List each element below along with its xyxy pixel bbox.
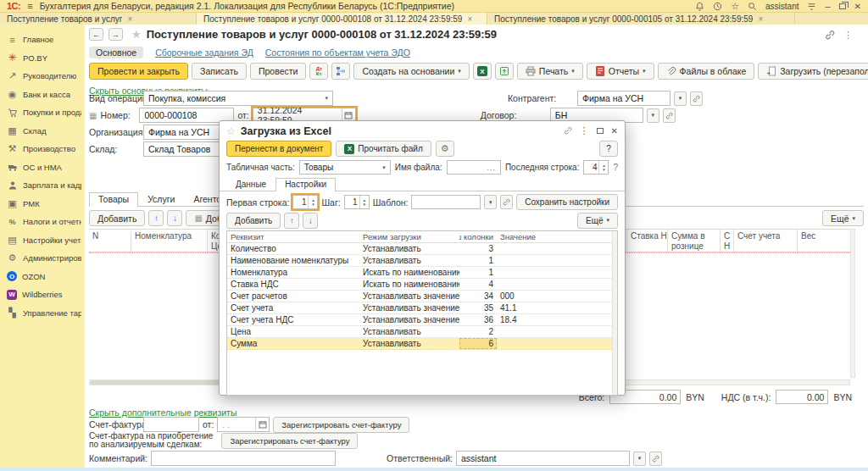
- get-link-icon[interactable]: [825, 30, 835, 41]
- restore-window-icon[interactable]: [839, 3, 846, 9]
- post-and-close-button[interactable]: Провести и закрыть: [89, 63, 188, 80]
- invoice-number-field[interactable]: [143, 417, 199, 432]
- col-column-number[interactable]: № колонки: [459, 231, 497, 242]
- cell-column-number[interactable]: 36: [459, 314, 497, 325]
- cell-rekvizit[interactable]: Сумма: [227, 338, 359, 349]
- close-tab-icon[interactable]: ×: [467, 14, 472, 24]
- dialog-more-button[interactable]: Ещё▾: [577, 213, 618, 229]
- notifications-bell-icon[interactable]: [695, 2, 704, 11]
- sidebar-item-production[interactable]: ⚒ Производство: [0, 140, 85, 158]
- table-row[interactable]: Счет учета НДС Устанавливать значение 36…: [227, 314, 617, 326]
- col-retail-sum[interactable]: Сумма в рознице: [668, 230, 721, 252]
- cell-column-number[interactable]: 4: [459, 279, 497, 290]
- close-window-icon[interactable]: ✕: [854, 2, 861, 11]
- close-dialog-icon[interactable]: ✕: [611, 126, 618, 136]
- maximize-dialog-icon[interactable]: [597, 128, 604, 134]
- operation-select[interactable]: Покупка, комиссия ▾: [143, 91, 333, 106]
- cell-load-mode[interactable]: Устанавливать значение: [359, 302, 459, 313]
- service-menu-icon[interactable]: [807, 2, 816, 11]
- sidebar-item-ozon[interactable]: O OZON: [0, 268, 85, 286]
- cell-rekvizit[interactable]: Количество: [227, 243, 359, 254]
- history-clock-icon[interactable]: [713, 2, 722, 11]
- table-row[interactable]: Сумма Устанавливать 6: [227, 338, 617, 350]
- choose-button[interactable]: ▾: [647, 108, 659, 123]
- chevron-down-icon[interactable]: ▾: [321, 95, 328, 102]
- cell-value[interactable]: [497, 279, 617, 290]
- step-spinner[interactable]: 1 ▴▾: [344, 195, 370, 209]
- cell-rekvizit[interactable]: Цена: [227, 326, 359, 337]
- last-row-spinner[interactable]: 4 ▴▾: [583, 160, 609, 175]
- load-from-file-button[interactable]: Загрузить (перезаполнить) из файла: [758, 63, 868, 80]
- show-postings-button[interactable]: ДтКт: [309, 63, 328, 80]
- favorite-star-icon[interactable]: ☆: [226, 125, 236, 137]
- favorite-star-icon[interactable]: ★: [131, 28, 142, 41]
- cell-load-mode[interactable]: Устанавливать значение: [359, 291, 459, 302]
- col-account[interactable]: Счет учета: [734, 230, 798, 252]
- table-more-button[interactable]: Ещё▾: [822, 210, 864, 226]
- cell-rekvizit[interactable]: Счет учета: [227, 302, 359, 313]
- dialog-vertical-scrollbar[interactable]: [612, 231, 617, 395]
- cell-value[interactable]: [497, 255, 617, 266]
- cell-load-mode[interactable]: Искать по наименованию: [359, 267, 459, 278]
- table-row[interactable]: Наименование номенклатуры Устанавливать …: [227, 255, 617, 267]
- cell-rekvizit[interactable]: Ставка НДС: [227, 279, 359, 290]
- more-kebab-icon[interactable]: ⋮: [843, 30, 853, 41]
- col-n[interactable]: N: [89, 230, 131, 252]
- table-row[interactable]: Номенклатура Искать по наименованию 1: [227, 267, 617, 279]
- cell-rekvizit[interactable]: Номенклатура: [227, 267, 359, 278]
- cell-value[interactable]: [497, 338, 617, 349]
- choose-button[interactable]: ▾: [633, 452, 646, 466]
- contractor-field[interactable]: Фирма на УСН: [577, 91, 670, 106]
- cell-value[interactable]: [497, 243, 617, 254]
- add-row-button[interactable]: Добавить: [89, 210, 145, 226]
- tabular-part-select[interactable]: Товары ▾: [299, 160, 391, 175]
- cell-load-mode[interactable]: Устанавливать: [359, 243, 459, 254]
- cell-column-number[interactable]: 1: [459, 267, 497, 278]
- table-row[interactable]: Ставка НДС Искать по наименованию 4: [227, 279, 617, 291]
- forward-button[interactable]: →: [108, 28, 123, 41]
- question-icon[interactable]: ?: [613, 163, 618, 172]
- tab-settings[interactable]: Настройки: [275, 178, 336, 191]
- col-load-mode[interactable]: Режим загрузки: [359, 231, 459, 242]
- cell-column-number[interactable]: 3: [459, 243, 497, 254]
- close-tab-icon[interactable]: ×: [758, 14, 763, 24]
- first-row-spinner[interactable]: 1 ▴▾: [292, 195, 318, 209]
- cell-value[interactable]: 41.1: [497, 302, 617, 313]
- settings-gear-button[interactable]: ⚙: [436, 141, 454, 157]
- read-file-button[interactable]: X Прочитать файл: [336, 141, 431, 157]
- open-link-button[interactable]: [690, 91, 703, 106]
- save-settings-button[interactable]: Сохранить настройки: [516, 194, 618, 210]
- cell-load-mode[interactable]: Устанавливать значение: [359, 314, 459, 325]
- table-row[interactable]: Счет расчетов Устанавливать значение 34 …: [227, 291, 617, 302]
- more-kebab-icon[interactable]: ⋮: [580, 125, 589, 136]
- col-value[interactable]: Значение: [497, 231, 617, 242]
- col-sn[interactable]: СН: [721, 230, 734, 252]
- cell-column-number[interactable]: 6: [459, 338, 497, 349]
- post-button[interactable]: Провести: [250, 63, 306, 80]
- move-up-button[interactable]: ↑: [148, 210, 164, 226]
- open-link-button[interactable]: [500, 195, 513, 209]
- sidebar-item-wildberries[interactable]: W Wildberries: [0, 285, 85, 304]
- move-down-button[interactable]: ↓: [167, 210, 182, 226]
- comment-field[interactable]: [151, 451, 336, 466]
- tab-services[interactable]: Услуги: [138, 192, 184, 206]
- cell-rekvizit[interactable]: Наименование номенклатуры: [227, 255, 359, 266]
- doc-tab-2-active[interactable]: Поступление товаров и услуг 0000-000108 …: [197, 13, 487, 25]
- nav-main[interactable]: Основное: [89, 47, 143, 58]
- table-row[interactable]: Цена Устанавливать 2: [227, 326, 617, 338]
- open-link-button[interactable]: [649, 452, 662, 466]
- cell-column-number[interactable]: 34: [459, 291, 497, 302]
- reports-button[interactable]: Отчеты▾: [587, 63, 654, 80]
- main-menu-icon[interactable]: ≡: [27, 2, 32, 10]
- template-field[interactable]: [411, 195, 481, 209]
- cell-column-number[interactable]: 35: [459, 302, 497, 313]
- dialog-add-button[interactable]: Добавить: [226, 213, 281, 229]
- sidebar-item-taxes-reports[interactable]: % Налоги и отчетность: [0, 213, 85, 231]
- col-nomenclature[interactable]: Номенклатура: [131, 230, 208, 252]
- nav-assembly-tasks[interactable]: Сборочные задания ЭД: [155, 47, 253, 58]
- open-link-button[interactable]: [663, 108, 676, 123]
- sidebar-item-fixed-assets[interactable]: ОС и НМА: [0, 158, 85, 177]
- doc-tab-1[interactable]: Поступление товаров и услуг ×: [0, 13, 197, 25]
- sidebar-item-manager[interactable]: ↗ Руководителю: [0, 67, 85, 86]
- print-button[interactable]: Печать▾: [517, 63, 583, 80]
